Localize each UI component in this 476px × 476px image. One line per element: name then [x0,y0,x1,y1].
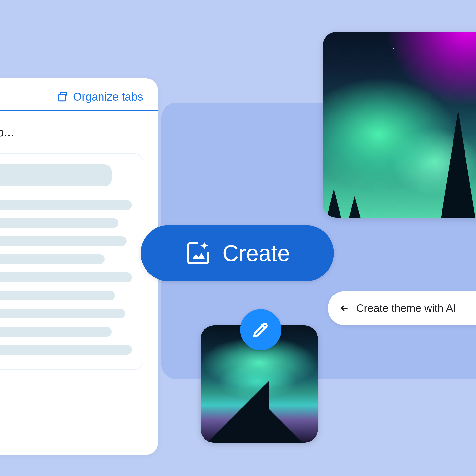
tabs-card-header: Organize tabs [0,78,158,111]
tab-sparkle-icon [57,91,69,102]
skeleton-row [0,309,125,319]
skeleton-row [0,200,132,210]
theme-thumbnail-group [201,325,318,443]
tree-silhouette [349,196,360,218]
organize-tabs-link[interactable]: Organize tabs [57,90,143,103]
skeleton-row [0,218,119,228]
skeleton-row [0,164,112,187]
arrow-left-icon [340,303,349,313]
create-button[interactable]: Create [141,225,334,281]
image-sparkle-icon [185,240,212,267]
tabs-card-body: tab group... [0,111,158,380]
skeleton-row [0,327,112,337]
skeleton-row [0,290,115,300]
theme-preview-large [323,32,476,218]
promo-stage: Organize tabs tab group... [0,0,476,476]
create-button-label: Create [222,240,290,266]
create-theme-pill[interactable]: Create theme with AI [328,291,476,325]
pencil-icon [251,320,271,340]
skeleton-row [0,255,105,264]
create-theme-label: Create theme with AI [356,302,456,314]
svg-rect-0 [59,94,65,101]
organize-tabs-label: Organize tabs [73,90,143,103]
tab-group-subtitle: tab group... [0,125,143,139]
skeleton-placeholder-card [0,153,143,370]
tree-silhouette [326,189,341,218]
skeleton-row [0,345,132,355]
organize-tabs-card: Organize tabs tab group... [0,78,158,455]
edit-theme-button[interactable] [240,309,281,350]
skeleton-row [0,272,132,282]
skeleton-row [0,236,127,246]
tree-silhouette [441,111,475,218]
